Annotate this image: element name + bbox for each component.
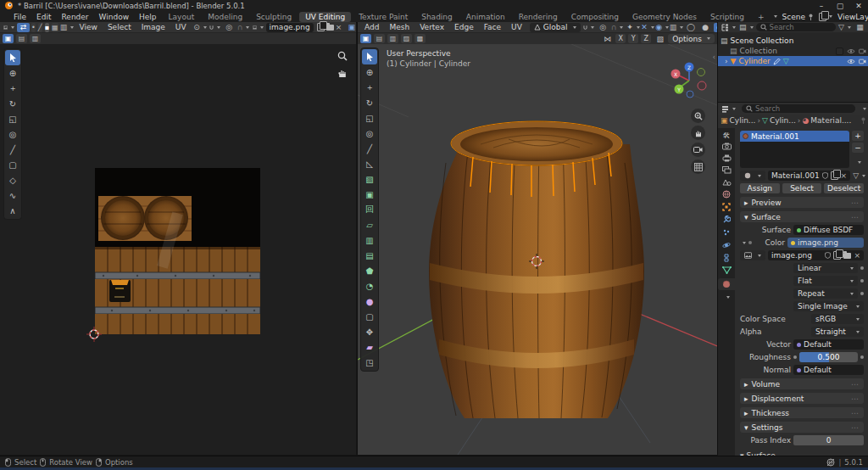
menu-help[interactable]: Help	[134, 13, 162, 21]
breadcrumb-material[interactable]: Material....	[810, 116, 851, 125]
projection-dropdown[interactable]: Flat	[793, 276, 858, 286]
uv-2d-cursor[interactable]	[86, 327, 102, 344]
uv-select-extend-mode[interactable]: ▤	[16, 34, 27, 43]
tab-modifiers[interactable]	[722, 215, 731, 226]
select-intersect-mode[interactable]: ▩	[415, 34, 426, 43]
select-button[interactable]: Select	[782, 183, 822, 193]
panel-preview[interactable]: ▸Preview⋯	[740, 197, 864, 208]
image-name-field[interactable]: image.png ×	[768, 250, 864, 260]
overlays-dropdown[interactable]: ◉	[656, 23, 669, 32]
slot-specials-dropdown[interactable]	[852, 158, 864, 166]
color-decorator-dot[interactable]	[748, 241, 752, 244]
tool-cursor[interactable]: ⊕	[362, 64, 377, 80]
uv-tool-relax[interactable]: ∿	[5, 187, 20, 203]
material-unlink-icon[interactable]: ×	[841, 171, 848, 180]
decorator-dot[interactable]	[860, 292, 864, 295]
new-collection-button[interactable]: ▦	[854, 23, 866, 32]
scene-copy-icon[interactable]	[819, 13, 826, 21]
vp-menu-add[interactable]: Add	[360, 23, 383, 31]
image-unlink-icon[interactable]: ×	[336, 23, 342, 31]
uv-pivot-dropdown[interactable]: ⊙	[194, 23, 207, 32]
panel-surface[interactable]: ▾Surface⋯	[740, 211, 864, 222]
uv-canvas[interactable]: ⊕ ＋ ↻ ◱ ◎ ╱ ▢ ◇ ∿ ∧	[0, 44, 356, 455]
uv-tool-grab[interactable]: ◇	[5, 172, 20, 187]
minimize-button[interactable]: –	[812, 2, 831, 10]
image-copy-icon[interactable]	[833, 251, 841, 260]
viewlayer-name-field[interactable]: ViewLayer	[834, 12, 868, 21]
uv-menu-uv[interactable]: UV	[171, 23, 191, 31]
panel-displacement[interactable]: ▸Displacement⋯	[740, 393, 864, 404]
scene-browse-caret[interactable]	[774, 15, 777, 18]
uv-select-mode-vertex[interactable]: •	[31, 23, 36, 32]
tab-object[interactable]	[722, 203, 731, 213]
outliner-search-input[interactable]	[770, 23, 829, 31]
mirror-z-toggle[interactable]: Z	[641, 34, 651, 43]
tool-rotate[interactable]: ↻	[362, 95, 377, 110]
tab-tool[interactable]: 🛠︎	[723, 131, 731, 140]
material-name-field[interactable]: Material.001 ×	[768, 171, 850, 181]
color-texture-button[interactable]: image.png	[787, 238, 864, 248]
material-slot-row[interactable]: Material.001	[740, 131, 849, 142]
viewport-perspective-button[interactable]	[691, 159, 705, 174]
uv-snap-dropdown[interactable]	[209, 23, 221, 32]
fake-user-shield-icon[interactable]	[825, 252, 831, 259]
viewport-pan-button[interactable]	[691, 126, 705, 140]
uv-image-name-field[interactable]: image.png	[266, 23, 314, 32]
viewport-zoom-button[interactable]	[691, 109, 705, 123]
tool-add-cube[interactable]: ▧	[362, 171, 377, 187]
mirror-y-toggle[interactable]: Y	[628, 34, 638, 43]
uv-select-mode-island[interactable]: ▦	[52, 23, 58, 32]
outliner-row-scene-collection[interactable]: ▤ Scene Collection	[718, 36, 868, 46]
menu-window[interactable]: Window	[94, 13, 135, 21]
viewlayer-caret[interactable]	[829, 15, 832, 18]
uv-sticky-select-dropdown[interactable]: ▥	[61, 23, 74, 32]
workspace-tab-layout[interactable]: Layout	[163, 12, 201, 22]
vector-input-button[interactable]: Default	[793, 339, 864, 350]
maximize-button[interactable]: ▢	[831, 2, 849, 10]
workspace-tab-texture-paint[interactable]: Texture Paint	[353, 12, 414, 22]
color-expand-caret[interactable]	[743, 242, 746, 244]
tool-bevel[interactable]: ▱	[362, 217, 377, 232]
uv-menu-image[interactable]: Image	[137, 23, 170, 31]
uv-texture-image[interactable]	[95, 168, 260, 334]
uv-tool-select-box[interactable]	[5, 50, 20, 65]
vp-menu-mesh[interactable]: Mesh	[385, 23, 414, 31]
menu-file[interactable]: File	[8, 13, 31, 21]
properties-search-input[interactable]	[755, 104, 815, 113]
vp-menu-uv[interactable]: UV	[507, 23, 526, 31]
interpolation-dropdown[interactable]: Linear	[793, 263, 858, 273]
viewport-camera-button[interactable]	[691, 143, 705, 157]
tool-spin[interactable]: ◔	[362, 278, 377, 294]
uv-zoom-icon[interactable]	[337, 51, 348, 63]
uv-image-browse-dropdown[interactable]	[252, 23, 264, 32]
uv-editor-settings-icon[interactable]: ▣	[345, 23, 358, 32]
image-new-copy-icon[interactable]	[317, 23, 325, 31]
image-open-folder-icon[interactable]	[326, 25, 334, 31]
expand-icon[interactable]: ›	[725, 57, 728, 65]
material-copy-icon[interactable]	[831, 171, 838, 180]
shading-wireframe-button[interactable]: ◯	[685, 23, 698, 32]
tool-move[interactable]: ＋	[362, 80, 377, 95]
tab-material-active[interactable]	[718, 278, 735, 290]
tool-annotate[interactable]: ╱	[362, 141, 377, 156]
outliner-display-mode-dropdown[interactable]: ▤	[738, 23, 754, 32]
hide-eye-icon[interactable]	[847, 48, 855, 54]
tool-inset-faces[interactable]: 回	[362, 202, 377, 217]
color-space-dropdown[interactable]: sRGB	[811, 314, 864, 324]
tool-scale[interactable]: ◱	[362, 110, 377, 126]
panel-volume[interactable]: ▸Volume⋯	[740, 378, 864, 389]
gizmos-dropdown[interactable]: ✕	[642, 23, 654, 32]
add-workspace-button[interactable]: +	[752, 12, 771, 22]
uv-select-subtract-mode[interactable]: ▥	[30, 34, 41, 43]
workspace-tab-uv-editing[interactable]: UV Editing	[299, 12, 351, 22]
close-button[interactable]: ✕	[849, 2, 868, 10]
vp-proportional-edit-toggle[interactable]: ◎	[597, 23, 609, 32]
menu-edit[interactable]: Edit	[31, 13, 56, 21]
tool-measure[interactable]: ◺	[362, 156, 377, 171]
surface-shader-button[interactable]: Diffuse BSDF	[793, 225, 864, 235]
shading-solid-button[interactable]: ●	[699, 23, 712, 32]
roughness-socket-dot[interactable]	[793, 355, 797, 359]
collection-checkbox[interactable]	[836, 48, 843, 55]
uv-menu-select[interactable]: Select	[103, 23, 136, 31]
tool-shear[interactable]: ▰	[362, 339, 377, 355]
